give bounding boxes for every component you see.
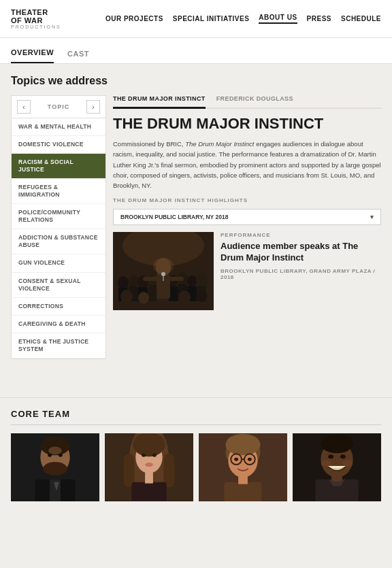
tab-cast[interactable]: CAST: [67, 50, 89, 63]
svg-point-71: [342, 460, 353, 467]
performance-info: PERFORMANCE Audience member speaks at Th…: [220, 232, 381, 310]
topic-item-caregiving[interactable]: CAREGIVING & DEATH: [12, 316, 105, 333]
topic-list: WAR & MENTAL HEALTH DOMESTIC VIOLENCE RA…: [12, 118, 105, 358]
topic-item-domestic[interactable]: DOMESTIC VIOLENCE: [12, 136, 105, 154]
svg-rect-46: [164, 454, 175, 487]
svg-rect-51: [145, 473, 153, 484]
team-photo-1: [11, 433, 99, 501]
svg-rect-14: [148, 285, 158, 301]
svg-point-69: [340, 454, 346, 458]
page-tabs: OVERVIEW CAST: [0, 38, 392, 64]
nav-item-special-initiatives[interactable]: SPECIAL INITIATIVES: [173, 15, 249, 22]
tab-overview[interactable]: OVERVIEW: [11, 48, 54, 63]
svg-point-44: [133, 433, 165, 456]
project-tab-drum[interactable]: THE DRUM MAJOR INSTINCT: [113, 95, 206, 109]
svg-point-40: [48, 446, 62, 454]
svg-point-48: [152, 454, 157, 457]
topics-section-title: Topics we address: [11, 75, 381, 87]
team-card-2: [105, 433, 193, 501]
header: THEATER OF WAR PRODUCTIONS OUR PROJECTS …: [0, 0, 392, 38]
right-panel: THE DRUM MAJOR INSTINCT FREDERICK DOUGLA…: [113, 95, 381, 359]
svg-point-70: [321, 460, 331, 467]
core-team-section: CORE TEAM: [0, 397, 392, 512]
nav-item-press[interactable]: PRESS: [307, 15, 331, 22]
logo-line1: THEATER: [11, 8, 59, 16]
svg-point-28: [153, 258, 174, 274]
svg-rect-50: [131, 482, 166, 501]
svg-point-26: [178, 290, 191, 304]
svg-point-67: [321, 435, 353, 454]
logo: THEATER OF WAR PRODUCTIONS: [11, 8, 59, 30]
chevron-down-icon: ▾: [370, 214, 374, 220]
svg-point-47: [142, 454, 146, 457]
svg-point-39: [59, 454, 63, 457]
svg-point-55: [225, 434, 260, 456]
svg-point-27: [196, 290, 207, 302]
logo-sub: PRODUCTIONS: [11, 24, 59, 30]
performance-image: [113, 232, 214, 310]
svg-point-49: [145, 463, 153, 467]
svg-rect-22: [143, 277, 158, 281]
svg-point-10: [196, 273, 207, 287]
svg-point-59: [234, 458, 238, 461]
nav-item-our-projects[interactable]: OUR PROJECTS: [105, 15, 163, 22]
project-title: THE DRUM MAJOR INSTINCT: [113, 116, 381, 132]
topic-panel: ‹ TOPIC › WAR & MENTAL HEALTH DOMESTIC V…: [11, 95, 106, 359]
nav-item-about-us[interactable]: ABOUT US: [259, 14, 297, 24]
team-photo-3: [199, 433, 287, 501]
topic-panel-header: ‹ TOPIC ›: [12, 96, 105, 118]
svg-point-9: [187, 275, 197, 288]
svg-point-60: [248, 458, 252, 461]
svg-point-25: [138, 292, 149, 304]
svg-rect-23: [169, 277, 184, 281]
topic-next-button[interactable]: ›: [86, 100, 100, 114]
svg-rect-61: [224, 482, 261, 501]
topic-item-addiction[interactable]: ADDICTION & SUBSTANCE ABUSE: [12, 229, 105, 254]
team-card-4: [293, 433, 381, 501]
topic-item-war[interactable]: WAR & MENTAL HEALTH: [12, 118, 105, 136]
svg-point-30: [161, 272, 165, 276]
svg-point-38: [48, 454, 52, 457]
topic-panel-label: TOPIC: [48, 103, 69, 110]
topic-item-racism[interactable]: RACISM & SOCIAL JUSTICE: [12, 154, 105, 179]
main-nav: OUR PROJECTS SPECIAL INITIATIVES ABOUT U…: [105, 14, 381, 24]
svg-rect-45: [124, 454, 135, 487]
svg-rect-62: [238, 476, 248, 484]
performance-card: PERFORMANCE Audience member speaks at Th…: [113, 232, 381, 310]
team-card-1: [11, 433, 99, 501]
location-dropdown[interactable]: BROOKLYN PUBLIC LIBRARY, NY 2018 ▾: [113, 209, 381, 225]
project-tab-douglass[interactable]: FREDERICK DOUGLASS: [216, 95, 293, 107]
performance-name: Audience member speaks at The Drum Major…: [220, 241, 381, 264]
topic-item-corrections[interactable]: CORRECTIONS: [12, 298, 105, 316]
highlights-label: THE DRUM MAJOR INSTINCT HIGHLIGHTS: [113, 197, 381, 203]
svg-point-3: [129, 275, 138, 287]
project-description: Commissioned by BRIC, The Drum Major Ins…: [113, 139, 381, 190]
performance-location: BROOKLYN PUBLIC LIBRARY, GRAND ARMY PLAZ…: [220, 268, 381, 280]
nav-item-schedule[interactable]: SCHEDULE: [341, 15, 381, 22]
main-content: Topics we address ‹ TOPIC › WAR & MENTAL…: [0, 64, 392, 370]
topic-item-ethics[interactable]: ETHICS & THE JUSTICE SYSTEM: [12, 333, 105, 358]
svg-point-24: [120, 290, 133, 303]
team-card-3: [199, 433, 287, 501]
dropdown-value: BROOKLYN PUBLIC LIBRARY, NY 2018: [120, 214, 228, 220]
logo-line2: OF WAR: [11, 16, 59, 24]
project-tabs: THE DRUM MAJOR INSTINCT FREDERICK DOUGLA…: [113, 95, 381, 109]
content-layout: ‹ TOPIC › WAR & MENTAL HEALTH DOMESTIC V…: [11, 95, 381, 359]
spacer: [0, 370, 392, 397]
core-team-title: CORE TEAM: [11, 409, 381, 425]
performance-category: PERFORMANCE: [220, 232, 381, 238]
svg-point-34: [43, 462, 67, 475]
team-grid: [11, 433, 381, 501]
crowd-scene-svg: [113, 232, 214, 310]
topic-prev-button[interactable]: ‹: [17, 100, 31, 114]
team-photo-2: [105, 433, 193, 501]
topic-item-refugees[interactable]: REFUGEES & IMMIGRATION: [12, 179, 105, 204]
topic-item-gun[interactable]: GUN VIOLENCE: [12, 254, 105, 272]
topic-item-consent[interactable]: CONSENT & SEXUAL VIOLENCE: [12, 273, 105, 298]
topic-item-police[interactable]: POLICE/COMMUNITY RELATIONS: [12, 204, 105, 229]
team-photo-4: [293, 433, 381, 501]
svg-point-68: [328, 454, 333, 458]
